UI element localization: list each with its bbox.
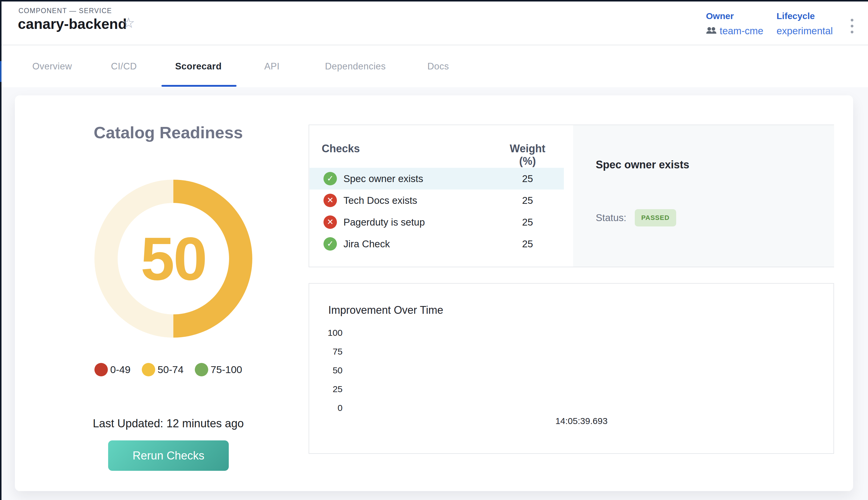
owner-label: Owner (706, 11, 763, 21)
tab-docs[interactable]: Docs (427, 45, 449, 87)
check-weight: 25 (502, 217, 553, 228)
lifecycle-value: experimental (777, 25, 833, 37)
check-name: Pagerduty is setup (344, 217, 425, 228)
tab-overview[interactable]: Overview (32, 45, 72, 87)
tab-api[interactable]: API (264, 45, 279, 87)
y-axis-tick: 25 (309, 384, 343, 394)
check-weight: 25 (502, 238, 553, 250)
checks-column-header: Checks (322, 143, 360, 155)
y-axis-tick: 75 (309, 346, 343, 357)
legend-item-high: 75-100 (195, 363, 242, 376)
more-options-kebab-icon[interactable] (849, 17, 855, 35)
check-pass-icon: ✓ (324, 172, 337, 185)
check-pass-icon: ✓ (324, 237, 337, 251)
owner-block: Owner team-cme (706, 11, 763, 37)
rerun-checks-button[interactable]: Rerun Checks (108, 440, 229, 471)
score-gauge-center: 50 (118, 203, 229, 314)
page-title: canary-backend (18, 16, 127, 32)
legend-dot-red (94, 363, 108, 376)
y-axis-tick: 100 (309, 328, 343, 338)
tab-cicd[interactable]: CI/CD (111, 45, 137, 87)
lifecycle-label: Lifecycle (777, 11, 833, 21)
check-detail-panel: Spec owner exists Status: PASSED (573, 125, 834, 267)
check-row-tech-docs[interactable]: ✕ Tech Docs exists 25 (310, 190, 564, 211)
legend-label: 0-49 (110, 364, 130, 375)
legend-label: 75-100 (211, 364, 242, 375)
legend-dot-yellow (142, 363, 155, 376)
legend-dot-green (195, 363, 208, 376)
owner-link[interactable]: team-cme (706, 25, 763, 37)
chart-title: Improvement Over Time (328, 304, 443, 316)
legend-item-mid: 50-74 (142, 363, 184, 376)
check-fail-icon: ✕ (324, 215, 337, 229)
entity-header: COMPONENT — SERVICE canary-backend ☆ Own… (1, 1, 868, 45)
check-row-pagerduty[interactable]: ✕ Pagerduty is setup 25 (310, 211, 564, 233)
detail-status-row: Status: PASSED (596, 209, 676, 226)
score-value: 50 (141, 224, 206, 294)
tab-dependencies[interactable]: Dependencies (325, 45, 386, 87)
breadcrumb: COMPONENT — SERVICE (19, 7, 112, 15)
lifecycle-block: Lifecycle experimental (777, 11, 833, 37)
legend-label: 50-74 (158, 364, 184, 375)
status-label: Status: (596, 212, 626, 224)
weight-column-header: Weight (%) (502, 143, 553, 168)
tab-bar: Overview CI/CD Scorecard API Dependencie… (1, 45, 868, 87)
window-top-edge (0, 0, 868, 1)
status-badge: PASSED (635, 209, 676, 226)
check-name: Spec owner exists (344, 173, 423, 184)
checks-panel: Checks Weight (%) ✓ Spec owner exists 25… (309, 125, 834, 267)
y-axis-tick: 50 (309, 365, 343, 375)
scorecard-page: COMPONENT — SERVICE canary-backend ☆ Own… (0, 0, 868, 500)
y-axis-tick: 0 (309, 403, 343, 413)
improvement-chart-panel: Improvement Over Time 100 75 50 25 0 14:… (309, 283, 834, 454)
last-updated-text: Last Updated: 12 minutes ago (49, 417, 288, 430)
left-edge-accent-segment (0, 61, 1, 82)
owner-value: team-cme (720, 25, 763, 37)
detail-title: Spec owner exists (596, 159, 689, 171)
active-tab-indicator (161, 85, 236, 87)
legend-item-low: 0-49 (94, 363, 130, 376)
check-fail-icon: ✕ (324, 194, 337, 207)
x-axis-tick: 14:05:39.693 (555, 416, 607, 426)
check-row-spec-owner[interactable]: ✓ Spec owner exists 25 (310, 168, 564, 190)
check-row-jira[interactable]: ✓ Jira Check 25 (310, 233, 564, 255)
score-legend: 0-49 50-74 75-100 (49, 363, 288, 376)
score-gauge: 50 (94, 180, 252, 338)
favorite-star-icon[interactable]: ☆ (122, 16, 135, 30)
check-name: Jira Check (344, 238, 390, 250)
tab-scorecard[interactable]: Scorecard (175, 45, 222, 87)
team-icon (706, 25, 717, 37)
check-weight: 25 (502, 195, 553, 206)
scorecard-title: Catalog Readiness (49, 123, 288, 142)
check-weight: 25 (502, 173, 553, 184)
check-name: Tech Docs exists (344, 195, 417, 206)
